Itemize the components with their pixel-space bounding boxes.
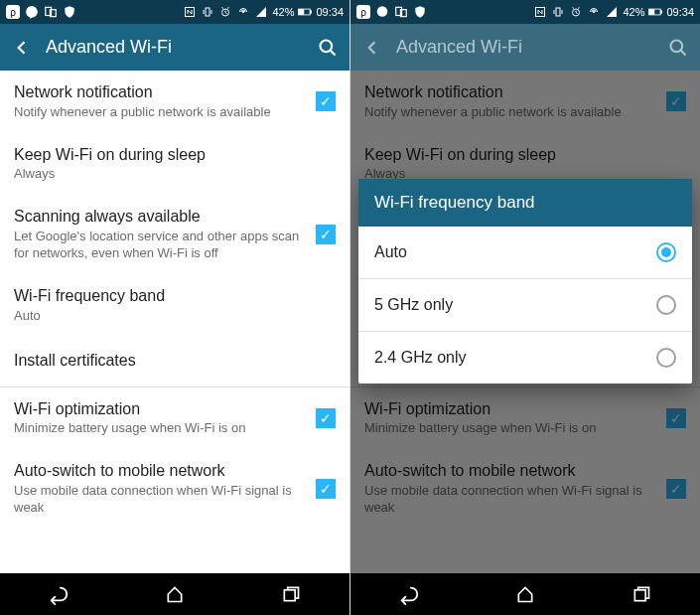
svg-rect-6 bbox=[206, 8, 210, 16]
setting-title: Keep Wi-Fi on during sleep bbox=[14, 145, 336, 166]
svg-rect-13 bbox=[285, 590, 296, 601]
battery-icon bbox=[648, 5, 662, 19]
nfc-icon bbox=[533, 5, 547, 19]
checkbox-checked[interactable]: ✓ bbox=[316, 479, 336, 499]
frequency-band-dialog: Wi-Fi frequency band Auto 5 GHz only 2.4… bbox=[358, 179, 692, 384]
settings-list[interactable]: Network notification Notify whenever a p… bbox=[0, 71, 350, 573]
svg-rect-25 bbox=[650, 10, 655, 15]
app-icon: ρ bbox=[356, 5, 370, 19]
setting-title: Wi-Fi frequency band bbox=[14, 286, 336, 307]
setting-subtitle: Use mobile data connection when Wi-Fi si… bbox=[14, 483, 306, 517]
nav-recent-button[interactable] bbox=[266, 579, 316, 609]
setting-title: Wi-Fi optimization bbox=[14, 399, 306, 420]
screen-right: ρ 42% 09:34 Advanced Wi-Fi Network notif… bbox=[350, 0, 700, 615]
nav-bar bbox=[0, 573, 350, 615]
svg-text:ρ: ρ bbox=[10, 7, 16, 18]
svg-rect-11 bbox=[300, 10, 305, 15]
shield-icon bbox=[413, 5, 427, 19]
status-bar: ρ 42% 09:34 bbox=[350, 0, 700, 24]
radio-unselected[interactable] bbox=[656, 348, 676, 368]
nav-home-button[interactable] bbox=[150, 579, 200, 609]
clock: 09:34 bbox=[316, 6, 344, 18]
dialog-option-5ghz[interactable]: 5 GHz only bbox=[358, 279, 692, 331]
battery-icon bbox=[298, 5, 312, 19]
vibrate-icon bbox=[551, 5, 565, 19]
scanning-item[interactable]: Scanning always available Let Google's l… bbox=[0, 195, 350, 274]
network-notification-item[interactable]: Network notification Notify whenever a p… bbox=[0, 71, 350, 133]
signal-icon bbox=[254, 5, 268, 19]
battery-percent: 42% bbox=[623, 6, 644, 18]
battery-percent: 42% bbox=[272, 6, 294, 18]
app-bar: Advanced Wi-Fi bbox=[0, 24, 350, 71]
option-label: 2.4 GHz only bbox=[374, 349, 656, 367]
svg-rect-27 bbox=[635, 590, 646, 601]
devices-icon bbox=[394, 5, 408, 19]
search-button[interactable] bbox=[316, 36, 340, 60]
dialog-option-24ghz[interactable]: 2.4 GHz only bbox=[358, 332, 692, 384]
option-label: 5 GHz only bbox=[374, 296, 656, 314]
shield-icon bbox=[63, 5, 76, 19]
keep-wifi-item[interactable]: Keep Wi-Fi on during sleep Always bbox=[0, 133, 350, 196]
devices-icon bbox=[44, 5, 58, 19]
hotspot-icon bbox=[236, 5, 250, 19]
frequency-band-item[interactable]: Wi-Fi frequency band Auto bbox=[0, 274, 350, 337]
checkbox-checked[interactable]: ✓ bbox=[316, 408, 336, 428]
svg-point-8 bbox=[243, 11, 245, 13]
hotspot-icon bbox=[587, 5, 601, 19]
radio-selected[interactable] bbox=[656, 242, 676, 262]
setting-subtitle: Let Google's location service and other … bbox=[14, 229, 306, 262]
setting-subtitle: Always bbox=[14, 166, 336, 183]
nav-back-button[interactable] bbox=[384, 579, 434, 609]
svg-rect-20 bbox=[556, 8, 560, 16]
dialog-option-auto[interactable]: Auto bbox=[358, 227, 692, 278]
nfc-icon bbox=[183, 5, 197, 19]
messenger-icon bbox=[25, 5, 39, 19]
nav-bar bbox=[350, 573, 700, 615]
setting-title: Network notification bbox=[14, 82, 306, 103]
option-label: Auto bbox=[374, 243, 656, 261]
svg-point-26 bbox=[671, 40, 683, 52]
auto-switch-item[interactable]: Auto-switch to mobile network Use mobile… bbox=[0, 449, 350, 529]
nav-recent-button[interactable] bbox=[617, 579, 666, 609]
dialog-title: Wi-Fi frequency band bbox=[358, 179, 692, 227]
messenger-icon bbox=[375, 5, 389, 19]
setting-title: Auto-switch to mobile network bbox=[14, 461, 306, 482]
screen-left: ρ 42% 09:34 Advanced Wi-Fi Network notif… bbox=[0, 0, 350, 615]
svg-rect-24 bbox=[661, 11, 662, 13]
setting-title: Scanning always available bbox=[14, 207, 306, 228]
search-button[interactable] bbox=[666, 36, 690, 60]
app-bar: Advanced Wi-Fi bbox=[350, 24, 700, 71]
vibrate-icon bbox=[201, 5, 214, 19]
nav-home-button[interactable] bbox=[500, 579, 550, 609]
nav-back-button[interactable] bbox=[34, 579, 83, 609]
back-button[interactable] bbox=[360, 36, 384, 60]
screen-title: Advanced Wi-Fi bbox=[396, 37, 666, 58]
setting-subtitle: Minimize battery usage when Wi-Fi is on bbox=[14, 420, 306, 437]
install-certificates-item[interactable]: Install certificates bbox=[0, 337, 350, 386]
checkbox-checked[interactable]: ✓ bbox=[316, 91, 336, 111]
svg-point-12 bbox=[321, 40, 333, 52]
screen-title: Advanced Wi-Fi bbox=[46, 37, 316, 58]
setting-subtitle: Auto bbox=[14, 308, 336, 325]
back-button[interactable] bbox=[10, 36, 34, 60]
signal-icon bbox=[605, 5, 619, 19]
alarm-icon bbox=[218, 5, 232, 19]
setting-subtitle: Notify whenever a public network is avai… bbox=[14, 104, 306, 121]
checkbox-checked[interactable]: ✓ bbox=[316, 225, 336, 244]
svg-rect-10 bbox=[311, 11, 312, 13]
svg-point-16 bbox=[377, 6, 388, 17]
setting-title: Install certificates bbox=[14, 351, 336, 372]
svg-point-22 bbox=[594, 11, 596, 13]
status-bar: ρ 42% 09:34 bbox=[0, 0, 350, 24]
svg-text:ρ: ρ bbox=[360, 7, 366, 18]
alarm-icon bbox=[569, 5, 583, 19]
wifi-optimization-item[interactable]: Wi-Fi optimization Minimize battery usag… bbox=[0, 387, 350, 450]
clock: 09:34 bbox=[666, 6, 694, 18]
app-icon: ρ bbox=[6, 5, 20, 19]
radio-unselected[interactable] bbox=[656, 295, 676, 315]
